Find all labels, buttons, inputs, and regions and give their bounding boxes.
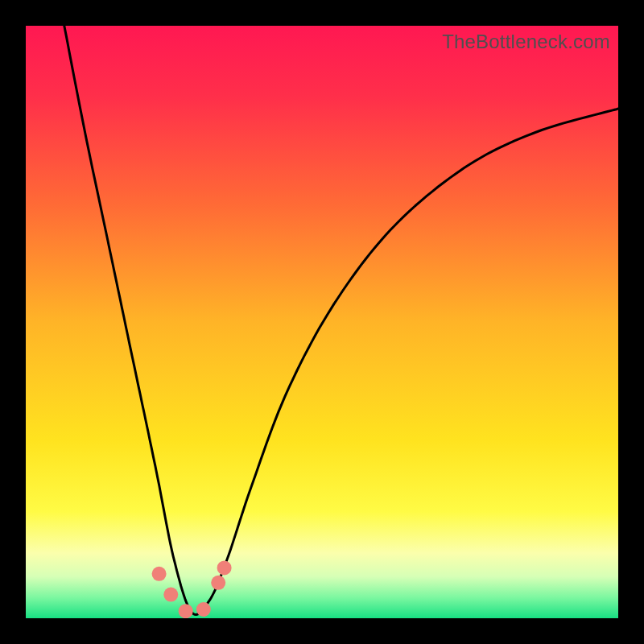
watermark-text: TheBottleneck.com: [442, 31, 610, 53]
highlight-marker: [217, 560, 232, 575]
plot-area: TheBottleneck.com: [26, 26, 618, 618]
outer-frame: TheBottleneck.com: [0, 0, 644, 644]
highlight-marker: [211, 576, 225, 590]
chart-svg: [26, 26, 618, 618]
highlight-marker: [179, 604, 193, 618]
highlight-marker: [196, 602, 211, 617]
highlight-marker: [163, 588, 178, 602]
highlight-marker: [152, 567, 167, 581]
